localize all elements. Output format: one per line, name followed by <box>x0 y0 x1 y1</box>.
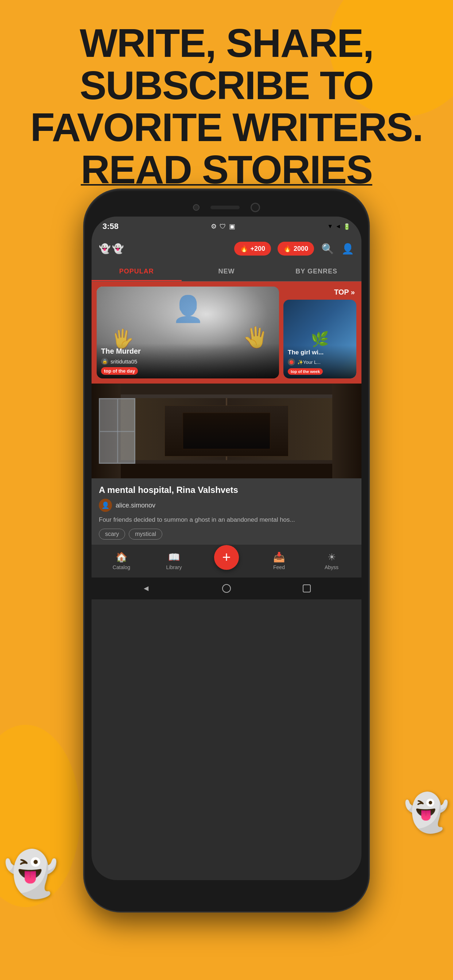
top-right-area: TOP » 🌿 The girl wi... 🔴 ✨Your L... <box>283 286 356 379</box>
featured-author-row: 👤 alice.simonov <box>99 499 354 512</box>
story-title-2: The girl wi... <box>288 349 352 356</box>
story-card2-overlay: The girl wi... 🔴 ✨Your L... top of the w… <box>283 345 356 379</box>
home-icon: 🏠 <box>116 552 127 563</box>
nav-feed-label: Feed <box>273 565 285 570</box>
tab-popular[interactable]: POPULAR <box>91 262 182 281</box>
feed-icon: 📥 <box>273 552 285 563</box>
story-card-top-week[interactable]: 🌿 The girl wi... 🔴 ✨Your L... top of the… <box>283 300 356 379</box>
app-header: 👻 👻 🔥 +200 🔥 2000 🔍 👤 <box>91 235 362 262</box>
coin-button-2[interactable]: 🔥 2000 <box>278 242 314 256</box>
featured-description: Four friends decided to summon a ghost i… <box>99 515 354 524</box>
top-stories-section: 🖐 🖐 👤 The Murder 🔒 sritidutta05 top of t… <box>91 282 362 383</box>
tab-new[interactable]: NEW <box>182 262 272 281</box>
box-icon: ▣ <box>229 223 235 231</box>
featured-info: A mental hospital, Rina Valshvets 👤 alic… <box>91 478 362 545</box>
system-navigation-bar: ◄ <box>91 578 362 600</box>
phone-shell: 3:58 ⚙ 🛡 ▣ ▼ ◄ 🔋 👻 👻 <box>84 189 369 912</box>
featured-title: A mental hospital, Rina Valshvets <box>99 485 354 495</box>
story-card-top-day[interactable]: 🖐 🖐 👤 The Murder 🔒 sritidutta05 top of t… <box>97 286 279 379</box>
bottom-navigation: 🏠 Catalog 📖 Library + 📥 Feed ☀ Abyss <box>91 545 362 578</box>
home-button[interactable] <box>222 584 231 593</box>
profile-icon[interactable]: 👤 <box>341 243 354 255</box>
window-element <box>99 398 135 464</box>
featured-story-image <box>91 383 362 478</box>
search-icon[interactable]: 🔍 <box>321 243 334 255</box>
phone-speaker <box>211 205 239 209</box>
shield-icon: 🛡 <box>220 223 226 231</box>
author-avatar-icon: 🔒 <box>101 358 108 365</box>
ghost-decoration-left: 👻 <box>4 848 58 900</box>
logo-ghost-icon-2: 👻 <box>112 243 124 255</box>
tab-by-genres[interactable]: BY GENRES <box>271 262 362 281</box>
phone-screen: 3:58 ⚙ 🛡 ▣ ▼ ◄ 🔋 👻 👻 <box>91 216 362 880</box>
tags-row: scary mystical <box>99 529 354 539</box>
coin-amount-1: +200 <box>250 245 265 253</box>
hero-title-line3: FAVORITE WRITERS. <box>22 106 431 148</box>
nav-catalog-label: Catalog <box>113 565 130 570</box>
top-label: TOP » <box>283 286 356 298</box>
app-logo: 👻 👻 <box>99 243 124 255</box>
flame-icon: 🔥 <box>240 245 248 253</box>
library-icon: 📖 <box>168 552 180 563</box>
nav-abyss-label: Abyss <box>325 565 338 570</box>
status-time: 3:58 <box>102 222 118 231</box>
nav-create[interactable]: + <box>200 552 253 570</box>
tag-mystical[interactable]: mystical <box>129 529 162 539</box>
abyss-icon: ☀ <box>327 552 336 563</box>
nav-feed[interactable]: 📥 Feed <box>253 552 305 570</box>
top-of-day-badge: top of the day <box>101 367 138 375</box>
story-title: The Murder <box>101 347 274 355</box>
nav-library-label: Library <box>166 565 182 570</box>
flame-icon-2: 🔥 <box>283 245 292 253</box>
status-bar: 3:58 ⚙ 🛡 ▣ ▼ ◄ 🔋 <box>91 216 362 235</box>
phone-top-bar <box>91 197 362 216</box>
tag-scary[interactable]: scary <box>99 529 125 539</box>
phone-camera-left <box>193 204 199 211</box>
story-author: 🔒 sritidutta05 <box>101 358 274 365</box>
story-author-2: 🔴 ✨Your L... <box>288 358 352 366</box>
hero-title-line2: SUBSCRIBE TO <box>22 64 431 107</box>
signal-icon: ◄ <box>335 223 341 230</box>
author-avatar-2: 🔴 <box>288 358 295 366</box>
battery-icon: 🔋 <box>343 223 351 230</box>
featured-author-avatar: 👤 <box>99 499 112 512</box>
wifi-icon: ▼ <box>327 223 333 230</box>
phone-camera-center <box>250 203 260 212</box>
fab-create-button[interactable]: + <box>214 545 239 570</box>
nav-catalog[interactable]: 🏠 Catalog <box>95 552 148 570</box>
phone-device: 3:58 ⚙ 🛡 ▣ ▼ ◄ 🔋 👻 👻 <box>84 189 369 912</box>
nav-tabs: POPULAR NEW BY GENRES <box>91 262 362 282</box>
coin-amount-2: 2000 <box>293 245 308 253</box>
recents-button[interactable] <box>303 584 311 592</box>
status-icons: ⚙ 🛡 ▣ <box>211 223 235 231</box>
ghost-decoration-right: 👻 <box>404 791 449 834</box>
back-button[interactable]: ◄ <box>142 584 150 593</box>
logo-ghost-icon: 👻 <box>99 243 110 255</box>
nav-library[interactable]: 📖 Library <box>148 552 200 570</box>
top-of-week-badge: top of the week <box>288 368 323 375</box>
nav-abyss[interactable]: ☀ Abyss <box>305 552 358 570</box>
featured-author-name: alice.simonov <box>116 502 155 509</box>
status-right-icons: ▼ ◄ 🔋 <box>327 223 351 230</box>
gear-icon: ⚙ <box>211 223 217 231</box>
building-illustration <box>91 383 362 478</box>
coin-button-1[interactable]: 🔥 +200 <box>234 242 271 256</box>
featured-story[interactable]: A mental hospital, Rina Valshvets 👤 alic… <box>91 383 362 545</box>
story-card-overlay: The Murder 🔒 sritidutta05 top of the day <box>97 344 279 379</box>
hero-title-line1: WRITE, SHARE, <box>22 22 431 64</box>
